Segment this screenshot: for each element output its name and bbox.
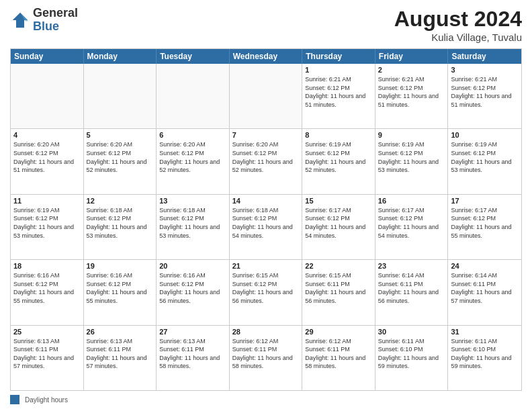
day-info: Sunrise: 6:16 AM Sunset: 6:12 PM Dayligh… [159, 271, 226, 305]
day-info: Sunrise: 6:19 AM Sunset: 6:12 PM Dayligh… [13, 206, 81, 240]
day-info: Sunrise: 6:12 AM Sunset: 6:11 PM Dayligh… [232, 337, 300, 371]
day-info: Sunrise: 6:19 AM Sunset: 6:12 PM Dayligh… [378, 140, 445, 174]
cal-cell-3-4: 22Sunrise: 6:15 AM Sunset: 6:11 PM Dayli… [302, 260, 375, 324]
cal-cell-2-3: 14Sunrise: 6:18 AM Sunset: 6:12 PM Dayli… [230, 195, 303, 259]
footer: Daylight hours [10, 395, 522, 404]
day-number: 19 [87, 262, 154, 270]
week-row-2: 11Sunrise: 6:19 AM Sunset: 6:12 PM Dayli… [11, 195, 521, 260]
day-number: 23 [378, 262, 445, 270]
cal-cell-3-1: 19Sunrise: 6:16 AM Sunset: 6:12 PM Dayli… [84, 260, 157, 324]
day-info: Sunrise: 6:11 AM Sunset: 6:10 PM Dayligh… [451, 337, 519, 371]
day-info: Sunrise: 6:14 AM Sunset: 6:11 PM Dayligh… [451, 271, 519, 305]
cal-cell-2-4: 15Sunrise: 6:17 AM Sunset: 6:12 PM Dayli… [302, 195, 375, 259]
cal-cell-1-4: 8Sunrise: 6:19 AM Sunset: 6:12 PM Daylig… [302, 129, 375, 193]
cal-cell-2-2: 13Sunrise: 6:18 AM Sunset: 6:12 PM Dayli… [157, 195, 230, 259]
day-number: 26 [87, 328, 154, 336]
day-info: Sunrise: 6:18 AM Sunset: 6:12 PM Dayligh… [232, 206, 300, 240]
page: General Blue August 2024 Kulia Village, … [0, 0, 532, 411]
cal-cell-1-6: 10Sunrise: 6:19 AM Sunset: 6:12 PM Dayli… [448, 129, 521, 193]
day-info: Sunrise: 6:13 AM Sunset: 6:11 PM Dayligh… [87, 337, 154, 371]
cal-cell-2-0: 11Sunrise: 6:19 AM Sunset: 6:12 PM Dayli… [11, 195, 84, 259]
day-info: Sunrise: 6:17 AM Sunset: 6:12 PM Dayligh… [451, 206, 519, 240]
day-info: Sunrise: 6:19 AM Sunset: 6:12 PM Dayligh… [305, 140, 372, 174]
day-number: 14 [232, 197, 300, 205]
cal-cell-1-5: 9Sunrise: 6:19 AM Sunset: 6:12 PM Daylig… [375, 129, 449, 193]
subtitle: Kulia Village, Tuvalu [394, 32, 522, 43]
logo: General Blue [10, 7, 78, 34]
calendar-header-row: SundayMondayTuesdayWednesdayThursdayFrid… [11, 49, 521, 64]
day-number: 21 [232, 262, 300, 270]
cal-cell-0-5: 2Sunrise: 6:21 AM Sunset: 6:12 PM Daylig… [375, 64, 449, 128]
cal-cell-4-3: 28Sunrise: 6:12 AM Sunset: 6:11 PM Dayli… [230, 326, 303, 390]
day-number: 9 [378, 131, 445, 139]
week-row-0: 1Sunrise: 6:21 AM Sunset: 6:12 PM Daylig… [11, 64, 521, 129]
header-monday: Monday [84, 49, 157, 64]
cal-cell-4-2: 27Sunrise: 6:13 AM Sunset: 6:11 PM Dayli… [157, 326, 230, 390]
day-info: Sunrise: 6:19 AM Sunset: 6:12 PM Dayligh… [451, 140, 519, 174]
daylight-legend-box [10, 395, 19, 404]
cal-cell-1-0: 4Sunrise: 6:20 AM Sunset: 6:12 PM Daylig… [11, 129, 84, 193]
day-number: 6 [159, 131, 226, 139]
day-number: 1 [305, 66, 372, 74]
header-sunday: Sunday [11, 49, 84, 64]
day-info: Sunrise: 6:18 AM Sunset: 6:12 PM Dayligh… [87, 206, 154, 240]
day-info: Sunrise: 6:16 AM Sunset: 6:12 PM Dayligh… [87, 271, 154, 305]
day-info: Sunrise: 6:20 AM Sunset: 6:12 PM Dayligh… [232, 140, 300, 174]
cal-cell-0-2 [157, 64, 230, 128]
day-number: 22 [305, 262, 372, 270]
day-info: Sunrise: 6:11 AM Sunset: 6:10 PM Dayligh… [378, 337, 445, 371]
calendar: SundayMondayTuesdayWednesdayThursdayFrid… [10, 48, 522, 391]
cal-cell-3-0: 18Sunrise: 6:16 AM Sunset: 6:12 PM Dayli… [11, 260, 84, 324]
day-number: 29 [305, 328, 372, 336]
day-info: Sunrise: 6:14 AM Sunset: 6:11 PM Dayligh… [378, 271, 445, 305]
day-number: 16 [378, 197, 445, 205]
day-info: Sunrise: 6:16 AM Sunset: 6:12 PM Dayligh… [13, 271, 81, 305]
day-info: Sunrise: 6:20 AM Sunset: 6:12 PM Dayligh… [87, 140, 154, 174]
day-info: Sunrise: 6:13 AM Sunset: 6:11 PM Dayligh… [159, 337, 226, 371]
cal-cell-1-2: 6Sunrise: 6:20 AM Sunset: 6:12 PM Daylig… [157, 129, 230, 193]
header-friday: Friday [375, 49, 449, 64]
cal-cell-2-1: 12Sunrise: 6:18 AM Sunset: 6:12 PM Dayli… [84, 195, 157, 259]
day-info: Sunrise: 6:21 AM Sunset: 6:12 PM Dayligh… [451, 75, 519, 109]
day-info: Sunrise: 6:18 AM Sunset: 6:12 PM Dayligh… [159, 206, 226, 240]
header-thursday: Thursday [302, 49, 375, 64]
cal-cell-3-3: 21Sunrise: 6:15 AM Sunset: 6:12 PM Dayli… [230, 260, 303, 324]
title-block: August 2024 Kulia Village, Tuvalu [394, 7, 522, 43]
cal-cell-2-5: 16Sunrise: 6:17 AM Sunset: 6:12 PM Dayli… [375, 195, 449, 259]
day-number: 2 [378, 66, 445, 74]
main-title: August 2024 [394, 7, 522, 32]
day-number: 7 [232, 131, 300, 139]
cal-cell-4-0: 25Sunrise: 6:13 AM Sunset: 6:11 PM Dayli… [11, 326, 84, 390]
header-saturday: Saturday [448, 49, 521, 64]
week-row-4: 25Sunrise: 6:13 AM Sunset: 6:11 PM Dayli… [11, 326, 521, 390]
cal-cell-0-1 [84, 64, 157, 128]
day-number: 10 [451, 131, 519, 139]
day-number: 25 [13, 328, 81, 336]
day-info: Sunrise: 6:12 AM Sunset: 6:11 PM Dayligh… [305, 337, 372, 371]
week-row-1: 4Sunrise: 6:20 AM Sunset: 6:12 PM Daylig… [11, 129, 521, 194]
day-number: 18 [13, 262, 81, 270]
header: General Blue August 2024 Kulia Village, … [10, 7, 522, 43]
day-number: 28 [232, 328, 300, 336]
day-number: 11 [13, 197, 81, 205]
cal-cell-3-2: 20Sunrise: 6:16 AM Sunset: 6:12 PM Dayli… [157, 260, 230, 324]
day-number: 27 [159, 328, 226, 336]
cal-cell-0-0 [11, 64, 84, 128]
day-number: 31 [451, 328, 519, 336]
header-tuesday: Tuesday [157, 49, 230, 64]
day-number: 24 [451, 262, 519, 270]
week-row-3: 18Sunrise: 6:16 AM Sunset: 6:12 PM Dayli… [11, 260, 521, 325]
logo-text: General Blue [33, 7, 78, 34]
day-info: Sunrise: 6:21 AM Sunset: 6:12 PM Dayligh… [378, 75, 445, 109]
day-number: 30 [378, 328, 445, 336]
cal-cell-1-3: 7Sunrise: 6:20 AM Sunset: 6:12 PM Daylig… [230, 129, 303, 193]
day-info: Sunrise: 6:15 AM Sunset: 6:12 PM Dayligh… [232, 271, 300, 305]
cal-cell-3-6: 24Sunrise: 6:14 AM Sunset: 6:11 PM Dayli… [448, 260, 521, 324]
day-number: 5 [87, 131, 154, 139]
logo-blue-text: Blue [33, 20, 78, 34]
cal-cell-3-5: 23Sunrise: 6:14 AM Sunset: 6:11 PM Dayli… [375, 260, 449, 324]
day-number: 20 [159, 262, 226, 270]
day-number: 15 [305, 197, 372, 205]
day-number: 8 [305, 131, 372, 139]
cal-cell-1-1: 5Sunrise: 6:20 AM Sunset: 6:12 PM Daylig… [84, 129, 157, 193]
